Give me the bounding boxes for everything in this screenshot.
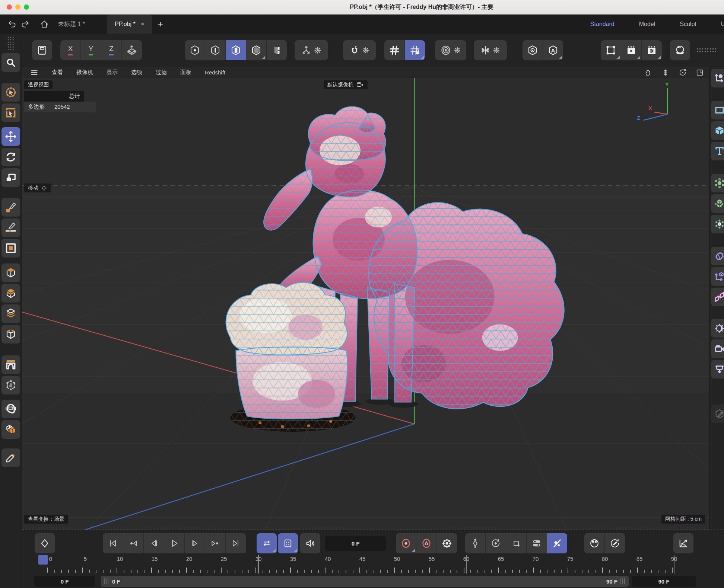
- menu-display[interactable]: 显示: [107, 69, 118, 76]
- previous-frame-button[interactable]: [143, 533, 164, 553]
- timeline-editor-button[interactable]: [673, 533, 693, 553]
- zoom-window-button[interactable]: [24, 4, 29, 10]
- cube-primitive-button[interactable]: [711, 121, 724, 140]
- live-selection-tool[interactable]: [1, 83, 20, 102]
- key-rotation-button[interactable]: [485, 533, 506, 553]
- render-to-viewer-button[interactable]: [621, 40, 641, 60]
- simulation-button[interactable]: [711, 215, 724, 233]
- camera-object-button[interactable]: [711, 339, 724, 358]
- goto-end-button[interactable]: [225, 533, 246, 553]
- play-button[interactable]: [164, 533, 184, 553]
- key-position-button[interactable]: [465, 533, 485, 553]
- previous-key-button[interactable]: [123, 533, 143, 553]
- edges-mode-button[interactable]: [205, 40, 225, 60]
- model-mode-button[interactable]: [246, 40, 266, 60]
- coordinate-system-button[interactable]: [121, 40, 142, 60]
- keyframe-settings-button[interactable]: [436, 533, 457, 553]
- dolly-view-icon[interactable]: [661, 68, 670, 77]
- layout-sculpt[interactable]: Sculpt: [680, 21, 696, 28]
- soft-selection-weight-tool[interactable]: [1, 376, 20, 394]
- layout-model[interactable]: Model: [639, 21, 655, 28]
- auto-axis-button[interactable]: A: [543, 40, 563, 60]
- tab-untitled[interactable]: 未标题 1 *: [51, 15, 92, 34]
- view-name-label[interactable]: 透视视图: [24, 80, 53, 89]
- workplane-grid-button[interactable]: [384, 40, 404, 60]
- snap-settings-button[interactable]: [343, 40, 376, 60]
- polygons-mode-button[interactable]: [225, 40, 246, 60]
- new-tab-button[interactable]: +: [152, 19, 169, 29]
- extrude-inner-tool[interactable]: [1, 284, 20, 303]
- menu-filter[interactable]: 过滤: [156, 69, 167, 76]
- material-manager-button[interactable]: [670, 40, 690, 60]
- save-project-button[interactable]: [32, 40, 52, 60]
- floor-environment-button[interactable]: [711, 360, 724, 378]
- viewport-menu-icon[interactable]: [30, 68, 38, 77]
- menu-camera[interactable]: 摄像机: [76, 69, 93, 76]
- enable-axis-button[interactable]: [295, 40, 328, 60]
- layout-uv[interactable]: UV: [721, 21, 724, 28]
- subdivide-tool[interactable]: [1, 304, 20, 323]
- layout-standard[interactable]: Standard: [590, 21, 615, 28]
- cupcake-model[interactable]: [226, 282, 355, 432]
- menu-options[interactable]: 选项: [131, 69, 142, 76]
- search-commander-button[interactable]: [1, 53, 20, 72]
- rotate-tool[interactable]: [1, 148, 20, 166]
- lock-workplane-button[interactable]: [404, 40, 425, 60]
- animation-record-rotate-button[interactable]: [604, 533, 625, 553]
- home-button[interactable]: [38, 18, 51, 31]
- text-object-button[interactable]: [711, 142, 724, 160]
- light-object-button[interactable]: [711, 319, 724, 338]
- volume-builder-button[interactable]: [711, 194, 724, 213]
- symmetry-settings-button[interactable]: [474, 40, 507, 60]
- record-active-objects-button[interactable]: [396, 533, 416, 553]
- spline-primitive-button[interactable]: [711, 101, 724, 119]
- scale-tool[interactable]: [1, 168, 20, 187]
- viewport-canvas[interactable]: [22, 78, 709, 530]
- bridge-tool[interactable]: [1, 355, 20, 374]
- pan-view-icon[interactable]: [644, 68, 652, 77]
- lock-z-axis-button[interactable]: Z: [101, 40, 121, 60]
- next-frame-button[interactable]: [184, 533, 205, 553]
- undo-button[interactable]: [6, 18, 19, 31]
- minimize-window-button[interactable]: [15, 4, 20, 10]
- record-keyframe-button[interactable]: [35, 533, 55, 553]
- range-end-handle[interactable]: [620, 578, 626, 584]
- menu-view[interactable]: 查看: [52, 69, 63, 76]
- current-frame-field[interactable]: 0 F: [325, 536, 386, 551]
- weld-tool[interactable]: [1, 400, 20, 418]
- rectangle-selection-tool[interactable]: [1, 103, 20, 122]
- end-frame-field[interactable]: 90 F: [632, 576, 696, 587]
- menu-panel[interactable]: 面板: [180, 69, 191, 76]
- redo-button[interactable]: [19, 18, 31, 31]
- edit-mesh-button[interactable]: [711, 405, 724, 423]
- render-view-button[interactable]: [435, 40, 466, 60]
- key-scale-button[interactable]: [506, 533, 526, 553]
- object-mode-button[interactable]: [266, 40, 287, 60]
- start-frame-field[interactable]: 0 F: [34, 576, 95, 587]
- tab-ppobj[interactable]: PP.obj * ×: [107, 15, 152, 34]
- extrude-tool[interactable]: [1, 263, 20, 282]
- move-tool[interactable]: [1, 127, 20, 146]
- sound-toggle-button[interactable]: [300, 533, 320, 553]
- volume-remesh-tool[interactable]: [1, 420, 20, 439]
- explode-segments-tool[interactable]: [1, 325, 20, 343]
- autokey-button[interactable]: A: [416, 533, 436, 553]
- playhead[interactable]: [38, 555, 48, 565]
- toolbar-drag-handle[interactable]: [696, 48, 718, 53]
- key-parameters-button[interactable]: [526, 533, 547, 553]
- camera-name-label[interactable]: 默认摄像机: [324, 80, 368, 89]
- orbit-view-icon[interactable]: [679, 68, 687, 77]
- close-window-button[interactable]: [7, 4, 12, 10]
- viewport[interactable]: 透视视图 默认摄像机 总计 多边形20542 移动: [22, 78, 709, 530]
- menu-redshift[interactable]: Redshift: [205, 69, 225, 76]
- render-settings-button[interactable]: [641, 40, 662, 60]
- range-start-handle[interactable]: [104, 578, 109, 584]
- mograph-cloner-button[interactable]: [711, 288, 724, 306]
- preview-range-slider[interactable]: 0 F 90 F: [101, 576, 629, 587]
- close-tab-icon[interactable]: ×: [141, 20, 145, 28]
- lock-x-axis-button[interactable]: X: [60, 40, 80, 60]
- pen-create-spline-tool[interactable]: [1, 198, 20, 217]
- play-mode-button[interactable]: [278, 533, 298, 553]
- spline-sketch-tool[interactable]: [1, 218, 20, 237]
- axis-center-button[interactable]: [523, 40, 543, 60]
